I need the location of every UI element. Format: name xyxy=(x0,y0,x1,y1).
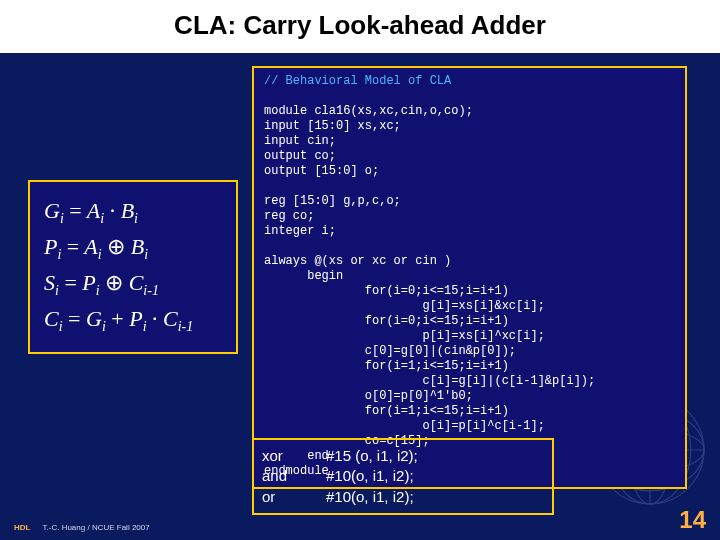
footer-hdl: HDL xyxy=(14,523,30,532)
page-number: 14 xyxy=(679,506,706,534)
formula-block: Gi = Ai · Bi Pi = Ai ⊕ Bi Si = Pi ⊕ Ci-1… xyxy=(28,180,238,354)
gate-delays-block: xor#15 (o, i1, i2); and#10(o, i1, i2); o… xyxy=(252,438,554,515)
formula-c: Ci = Gi + Pi · Ci-1 xyxy=(44,302,222,338)
footer-author: T.-C. Huang / NCUE Fall 2007 xyxy=(43,523,150,532)
gate-row-xor: xor#15 (o, i1, i2); xyxy=(262,446,544,466)
gate-row-or: or#10(o, i1, i2); xyxy=(262,487,544,507)
formula-p: Pi = Ai ⊕ Bi xyxy=(44,230,222,266)
formula-s: Si = Pi ⊕ Ci-1 xyxy=(44,266,222,302)
formula-g: Gi = Ai · Bi xyxy=(44,194,222,230)
slide-title: CLA: Carry Look-ahead Adder xyxy=(0,0,720,53)
verilog-code-block: // Behavioral Model of CLA module cla16(… xyxy=(252,66,687,489)
footer: HDL T.-C. Huang / NCUE Fall 2007 xyxy=(14,523,150,532)
gate-row-and: and#10(o, i1, i2); xyxy=(262,466,544,486)
code-comment: // Behavioral Model of CLA xyxy=(264,74,451,88)
